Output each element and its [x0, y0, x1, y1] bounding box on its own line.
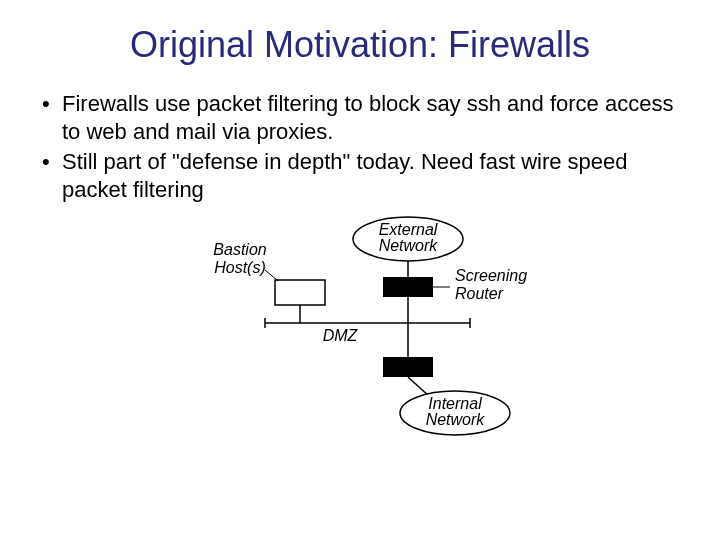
diagram-container: External Network Screening Router DMZ Ba…	[28, 215, 692, 445]
firewall-diagram: External Network Screening Router DMZ Ba…	[170, 215, 550, 445]
bastion-label-1: Bastion	[213, 241, 266, 258]
external-network-label-2: Network	[379, 237, 439, 254]
connector-bastion-label	[265, 270, 278, 281]
screening-router-label-2: Router	[455, 285, 504, 302]
screening-router-node	[383, 277, 433, 297]
screening-router-label-1: Screening	[455, 267, 527, 284]
bullet-list: Firewalls use packet filtering to block …	[28, 90, 692, 205]
bastion-host-node	[275, 280, 325, 305]
bullet-item: Still part of "defense in depth" today. …	[38, 148, 682, 204]
internal-network-label-1: Internal	[428, 395, 482, 412]
internal-network-label-2: Network	[426, 411, 486, 428]
internal-router-node	[383, 357, 433, 377]
dmz-label: DMZ	[323, 327, 359, 344]
bullet-item: Firewalls use packet filtering to block …	[38, 90, 682, 146]
slide-title: Original Motivation: Firewalls	[28, 24, 692, 66]
bastion-label-2: Host(s)	[214, 259, 266, 276]
external-network-label-1: External	[379, 221, 438, 238]
